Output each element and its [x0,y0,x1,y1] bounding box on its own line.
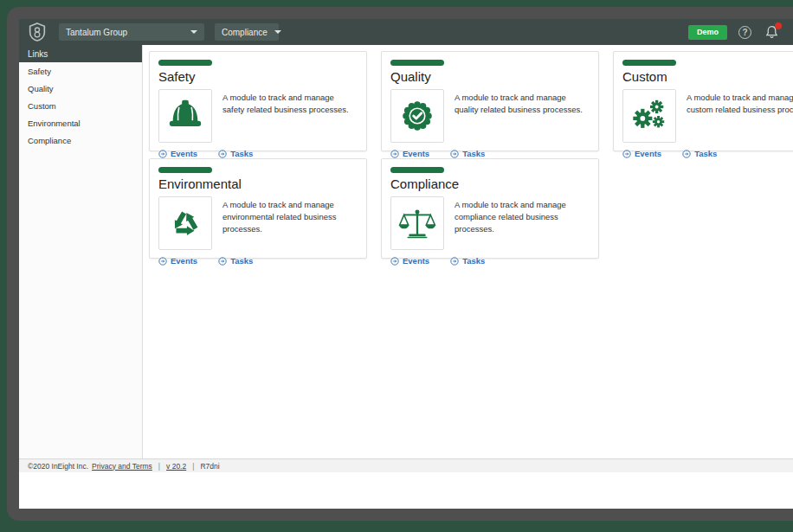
version-link[interactable]: v 20.2 [166,462,186,471]
sidebar-item-safety[interactable]: Safety [19,62,142,80]
environmental-tasks-link[interactable]: Tasks [218,256,253,266]
circle-arrow-icon [450,257,459,266]
quality-events-link[interactable]: Events [390,149,429,158]
card-description: A module to track and manage custom rela… [687,89,793,143]
circle-arrow-icon [158,150,167,158]
card-title: Quality [390,69,590,84]
module-selector-value: Compliance [222,28,268,37]
build-id: R7dni [200,462,219,471]
circle-arrow-icon [390,257,399,266]
sidebar-item-compliance[interactable]: Compliance [19,131,142,149]
card-title: Safety [158,69,358,84]
copyright-text: ©2020 InEight Inc. [28,462,88,471]
safety-events-link[interactable]: Events [158,149,197,158]
gears-icon [622,89,676,143]
circle-arrow-icon [622,150,631,158]
safety-tasks-link[interactable]: Tasks [218,149,253,158]
privacy-terms-link[interactable]: Privacy and Terms [92,462,152,471]
footer-separator: | [158,462,160,471]
module-card-safety: Safety A module to track and manage safe… [149,51,367,151]
module-card-custom: Custom [613,51,793,151]
card-description: A module to track and manage environment… [222,196,358,250]
module-card-grid: Safety A module to track and manage safe… [143,45,793,458]
card-accent-bar [158,60,212,66]
module-card-compliance: Compliance [381,158,599,259]
recycle-icon [158,196,212,250]
footer-separator: | [192,462,194,471]
organization-selector[interactable]: Tantalum Group [59,23,204,41]
card-title: Environmental [158,176,358,191]
circle-arrow-icon [218,150,227,158]
circle-arrow-icon [218,257,227,266]
card-title: Compliance [390,176,590,191]
app-window: Tantalum Group Compliance Demo ? Links S… [19,19,793,509]
quality-tasks-link[interactable]: Tasks [450,149,485,158]
circle-arrow-icon [158,257,167,266]
custom-events-link[interactable]: Events [622,149,661,158]
demo-button[interactable]: Demo [688,25,727,40]
quality-seal-icon [390,89,444,143]
hardhat-icon [158,89,212,143]
module-selector[interactable]: Compliance [215,23,279,41]
sidebar-item-quality[interactable]: Quality [19,80,142,97]
topbar: Tantalum Group Compliance Demo ? [19,19,793,45]
environmental-events-link[interactable]: Events [158,256,197,266]
card-accent-bar [390,60,444,66]
circle-arrow-icon [450,150,459,158]
circle-arrow-icon [390,150,399,158]
sidebar: Links Safety Quality Custom Environmenta… [19,45,143,458]
sidebar-header: Links [19,45,142,62]
caret-down-icon [274,30,281,34]
custom-tasks-link[interactable]: Tasks [682,149,717,158]
main-area: Links Safety Quality Custom Environmenta… [19,45,793,458]
scales-icon [390,196,444,250]
help-icon[interactable]: ? [738,26,751,39]
card-title: Custom [622,69,793,84]
sidebar-item-environmental[interactable]: Environmental [19,114,142,131]
topbar-actions: Demo ? [688,24,779,40]
organization-selector-value: Tantalum Group [66,28,127,37]
card-accent-bar [622,60,676,66]
card-accent-bar [390,167,444,173]
module-card-environmental: Environmental A module to trac [149,158,367,259]
notifications-button[interactable] [764,24,779,40]
card-description: A module to track and manage safety rela… [222,89,358,143]
card-accent-bar [158,167,212,173]
card-description: A module to track and manage quality rel… [455,89,590,143]
shield-logo-icon [28,22,47,42]
app-footer: ©2020 InEight Inc. Privacy and Terms | v… [19,458,793,472]
card-description: A module to track and manage compliance … [455,196,590,250]
circle-arrow-icon [682,150,691,158]
module-card-quality: Quality [381,51,599,151]
sidebar-item-custom[interactable]: Custom [19,97,142,114]
compliance-events-link[interactable]: Events [390,256,429,266]
compliance-tasks-link[interactable]: Tasks [450,256,485,266]
caret-down-icon [190,30,197,34]
notification-badge [775,22,782,29]
